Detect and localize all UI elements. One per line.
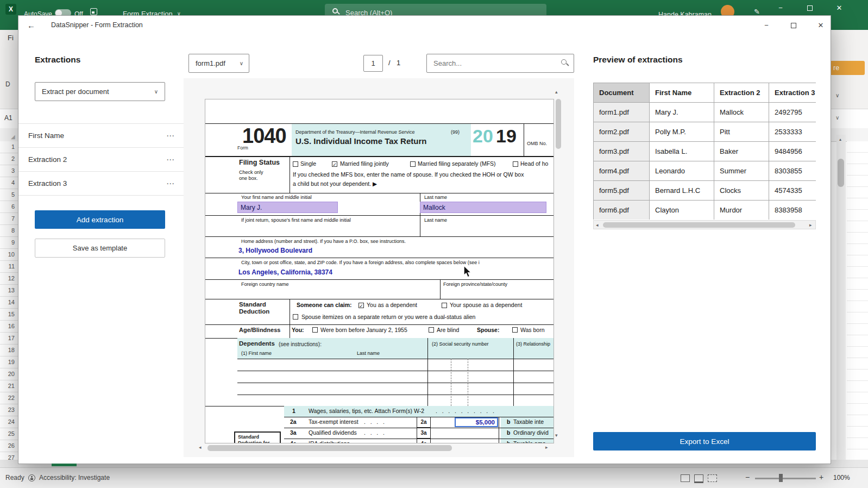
item-menu-icon[interactable]: ⋯ xyxy=(166,148,175,171)
zoom-slider-track[interactable] xyxy=(755,478,816,479)
page-number-input[interactable]: 1 xyxy=(363,55,383,72)
active-sheet-indicator[interactable] xyxy=(52,464,77,466)
row-header[interactable]: 23 xyxy=(0,404,18,416)
pdf-search-input[interactable] xyxy=(426,54,574,73)
row-header[interactable]: 7 xyxy=(0,213,18,225)
item-menu-icon[interactable]: ⋯ xyxy=(166,172,175,195)
row-header[interactable]: 17 xyxy=(0,333,18,345)
excel-vertical-scrollbar[interactable]: ▴ xyxy=(836,135,846,460)
row-header[interactable]: 15 xyxy=(0,309,18,321)
item-menu-icon[interactable]: ⋯ xyxy=(166,124,175,147)
extraction-item[interactable]: Extraction 3⋯ xyxy=(18,172,184,196)
pen-icon[interactable]: ✎ xyxy=(754,8,760,16)
zoom-slider-thumb[interactable] xyxy=(779,474,783,482)
row-header[interactable]: 11 xyxy=(0,261,18,273)
are-blind-label: Are blind xyxy=(437,327,459,333)
zoom-level[interactable]: 100% xyxy=(833,474,850,481)
row-header[interactable]: 4 xyxy=(0,177,18,189)
row-header[interactable]: 26 xyxy=(0,440,18,452)
row-header[interactable]: 18 xyxy=(0,345,18,356)
row-header[interactable]: 19 xyxy=(0,356,18,368)
preview-row[interactable]: form2.pdfPolly M.P.Pitt2533333 xyxy=(594,122,816,142)
preview-hscroll-thumb[interactable] xyxy=(603,222,795,228)
extraction-item[interactable]: First Name⋯ xyxy=(18,124,184,148)
row-header[interactable]: 21 xyxy=(0,380,18,392)
home-address-label: Home address (number and street). If you… xyxy=(241,239,406,244)
share-button[interactable]: re xyxy=(827,61,865,75)
extraction-mode-dropdown[interactable]: Extract per document ∨ xyxy=(35,82,165,101)
excel-close-button[interactable]: ✕ xyxy=(827,0,852,16)
viewer-hscroll-thumb[interactable] xyxy=(207,445,452,451)
row-header[interactable]: 10 xyxy=(0,249,18,261)
file-dropdown[interactable]: form1.pdf ∨ xyxy=(188,54,249,73)
extraction-highlight-first-name[interactable]: Mary J. xyxy=(237,202,338,213)
viewer-vscroll-thumb[interactable] xyxy=(556,99,561,149)
row-header[interactable]: 2 xyxy=(0,153,18,165)
dialog-close-button[interactable]: ✕ xyxy=(809,16,833,35)
row-header[interactable]: 6 xyxy=(0,201,18,213)
row-header[interactable]: 12 xyxy=(0,273,18,285)
name-box[interactable]: A1 xyxy=(4,114,12,122)
extraction-item[interactable]: Extraction 2⋯ xyxy=(18,148,184,172)
preview-row[interactable]: form4.pdfLeonardoSummer8303855 xyxy=(594,161,816,181)
header-row: DocumentFirst NameExtraction 2Extraction… xyxy=(594,83,816,103)
row-header[interactable]: 13 xyxy=(0,285,18,297)
select-all-corner[interactable]: ◢ xyxy=(11,134,15,140)
preview-row[interactable]: form3.pdfIsabella L.Baker9484956 xyxy=(594,142,816,161)
preview-cell: 9484956 xyxy=(769,142,816,161)
income-3b: b xyxy=(507,429,510,436)
zoom-out-button[interactable]: − xyxy=(745,473,750,481)
preview-cell: 8303855 xyxy=(769,161,816,181)
row-header[interactable]: 14 xyxy=(0,297,18,309)
row-header[interactable]: 24 xyxy=(0,416,18,428)
preview-row[interactable]: form1.pdfMary J.Mallock2492795 xyxy=(594,103,816,122)
formula-bar-chevron-icon[interactable]: ∨ xyxy=(835,115,839,121)
row-header[interactable]: 16 xyxy=(0,321,18,333)
status-accessibility[interactable]: Accessibility: Investigate xyxy=(39,474,110,481)
preview-hscrollbar[interactable]: ◂ ▸ xyxy=(593,220,816,229)
form-rule xyxy=(290,156,290,193)
viewer-scroll-left-icon[interactable]: ◂ xyxy=(199,445,202,450)
excel-minimize-button[interactable]: − xyxy=(768,0,793,16)
viewer-scroll-down-icon[interactable]: ▾ xyxy=(555,433,558,438)
spouse-itemizes-label: Spouse itemizes on a separate return or … xyxy=(301,314,475,320)
normal-view-icon[interactable] xyxy=(681,474,690,482)
page-break-view-icon[interactable] xyxy=(708,474,717,482)
dialog-maximize-button[interactable] xyxy=(782,16,806,35)
row-header[interactable]: 22 xyxy=(0,392,18,404)
save-icon[interactable] xyxy=(90,8,97,15)
preview-scroll-left-icon[interactable]: ◂ xyxy=(596,222,599,228)
export-to-excel-button[interactable]: Export to Excel xyxy=(593,432,816,451)
row-header[interactable]: 9 xyxy=(0,237,18,249)
row-header[interactable]: 25 xyxy=(0,428,18,440)
scroll-up-icon[interactable]: ▴ xyxy=(839,137,841,142)
row-header[interactable]: 20 xyxy=(0,368,18,380)
city-value[interactable]: Los Angeles, California, 38374 xyxy=(238,268,332,276)
dialog-minimize-button[interactable]: − xyxy=(754,16,778,35)
preview-row[interactable]: form5.pdfBernard L.H.CClocks4574335 xyxy=(594,181,816,201)
extractions-heading: Extractions xyxy=(35,55,80,65)
save-as-template-button[interactable]: Save as template xyxy=(35,239,165,258)
ribbon-label-clipped: D xyxy=(5,80,10,88)
page-layout-view-icon[interactable] xyxy=(694,474,703,483)
excel-restore-button[interactable] xyxy=(797,0,822,16)
extraction-highlight-amount[interactable]: $5,000 xyxy=(455,417,498,427)
extraction-highlight-last-name[interactable]: Mallock xyxy=(420,202,546,213)
zoom-in-button[interactable]: + xyxy=(819,473,823,481)
ribbon-collapse-icon[interactable]: ∨ xyxy=(835,92,839,98)
preview-row[interactable]: form6.pdfClaytonMurdor8383958 xyxy=(594,201,816,220)
file-tab[interactable]: Fi xyxy=(8,34,14,42)
home-address-value[interactable]: 3, Hollywood Boulevard xyxy=(238,247,312,254)
row-header[interactable]: 5 xyxy=(0,189,18,201)
row-header[interactable]: 1 xyxy=(0,141,18,153)
excel-row-headers: 1234567891011121314151617181920212223242… xyxy=(0,141,18,476)
viewer-scroll-up-icon[interactable]: ▴ xyxy=(555,89,558,95)
scroll-thumb[interactable] xyxy=(838,159,844,187)
row-header[interactable]: 3 xyxy=(0,165,18,177)
preview-cell: Clocks xyxy=(714,181,769,201)
preview-scroll-right-icon[interactable]: ▸ xyxy=(809,222,812,228)
row-header[interactable]: 8 xyxy=(0,225,18,237)
add-extraction-button[interactable]: Add extraction xyxy=(35,210,165,229)
back-button[interactable]: ← xyxy=(27,21,35,30)
viewer-scroll-right-icon[interactable]: ▸ xyxy=(545,445,548,450)
